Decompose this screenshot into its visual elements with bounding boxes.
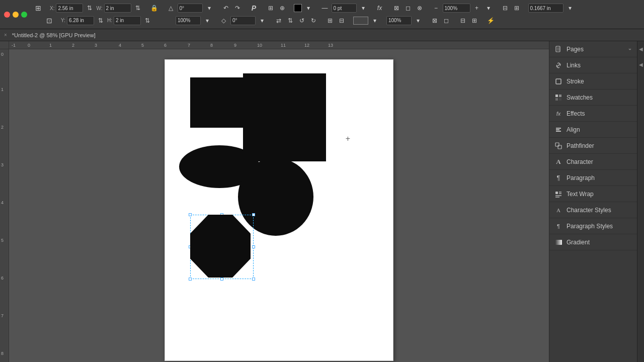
zoom-out-icon[interactable]: −: [431, 3, 441, 13]
w-input[interactable]: [104, 4, 131, 13]
shape-rectangle-2[interactable]: [243, 73, 326, 161]
constrain-icon[interactable]: 🔒: [149, 3, 159, 13]
grid-icon[interactable]: ⊞: [33, 3, 43, 13]
x-offset-input[interactable]: [528, 4, 564, 13]
panel-item-pages[interactable]: Pages: [549, 41, 637, 57]
panel-item-textwrap[interactable]: Text Wrap: [549, 186, 637, 202]
panel-item-align[interactable]: Align: [549, 122, 637, 138]
transform-icon[interactable]: ⊕: [277, 3, 287, 13]
tab-close-icon[interactable]: ×: [4, 32, 7, 38]
align-right-icon[interactable]: ⊞: [512, 3, 522, 13]
handle-bottom[interactable]: [220, 278, 223, 281]
scale-y-arrow[interactable]: ▾: [413, 16, 423, 26]
handle-bottom-left[interactable]: [189, 278, 192, 281]
lightning-icon[interactable]: ⚡: [486, 16, 496, 26]
character-icon: A: [554, 158, 562, 166]
scale-y-input[interactable]: [386, 16, 412, 25]
fill-arrow[interactable]: ▾: [303, 3, 313, 13]
stroke-arrow[interactable]: ▾: [370, 16, 380, 26]
angle-icon[interactable]: △: [166, 3, 176, 13]
panel-item-gradient[interactable]: Gradient: [549, 234, 637, 250]
panel-label-textwrap: Text Wrap: [567, 191, 594, 198]
p-icon[interactable]: P: [249, 3, 259, 13]
panel-item-stroke[interactable]: Stroke: [549, 73, 637, 89]
x-arrow-icon[interactable]: ⇅: [85, 3, 95, 13]
handle-right[interactable]: [252, 245, 255, 248]
align2-r-icon[interactable]: ⊞: [469, 16, 479, 26]
align-icon: [554, 126, 562, 134]
w-arrow-icon[interactable]: ⇅: [133, 3, 143, 13]
offset-arrow[interactable]: ▾: [565, 3, 575, 13]
spacing-icon[interactable]: ⊞: [325, 16, 335, 26]
angle-input[interactable]: [178, 4, 203, 13]
h-input[interactable]: [114, 16, 141, 25]
panel-label-align: Align: [567, 126, 580, 133]
align-left-icon[interactable]: ⊟: [500, 3, 510, 13]
right-panel: Pages Links Stroke: [549, 41, 637, 362]
h-tick-7: 7: [188, 43, 190, 48]
spacing2-icon[interactable]: ⊟: [337, 16, 347, 26]
frame-icon[interactable]: ◻: [403, 3, 413, 13]
flip-v-icon[interactable]: ⇅: [285, 16, 295, 26]
h-tick-neg1: -1: [12, 43, 16, 48]
align2-l-icon[interactable]: ⊟: [458, 16, 468, 26]
zoom-in-icon[interactable]: +: [472, 3, 482, 13]
rotate-l-icon[interactable]: ↺: [297, 16, 307, 26]
handle-top-right[interactable]: [252, 213, 255, 216]
view2-icon[interactable]: ◻: [441, 16, 451, 26]
panel-label-gradient: Gradient: [567, 239, 590, 246]
stroke-swatch[interactable]: [353, 17, 368, 25]
undo-icon[interactable]: ↶: [221, 3, 231, 13]
handle-top-left[interactable]: [189, 213, 192, 216]
v-tick-3: 3: [1, 162, 4, 167]
svg-rect-16: [555, 197, 559, 198]
shear-input[interactable]: [230, 16, 256, 25]
close-button[interactable]: [4, 12, 10, 18]
panel-item-character[interactable]: A Character: [549, 154, 637, 170]
y-input[interactable]: [67, 16, 94, 25]
collapse-arrow-mid[interactable]: ◀: [638, 62, 643, 67]
panel-item-effects[interactable]: fx Effects: [549, 106, 637, 122]
h-arrow-icon[interactable]: ⇅: [142, 16, 152, 26]
transform2-icon[interactable]: ⊠: [391, 3, 401, 13]
fill-swatch[interactable]: [294, 4, 302, 12]
angle-arrow[interactable]: ▾: [204, 3, 214, 13]
zoom-input[interactable]: [443, 4, 470, 13]
collapse-arrow-top[interactable]: ◀: [638, 46, 643, 52]
minimize-button[interactable]: [13, 12, 19, 18]
grid2-icon[interactable]: ⊡: [44, 16, 54, 26]
redo-icon[interactable]: ↷: [232, 3, 243, 13]
rotate-r-icon[interactable]: ↻: [308, 16, 318, 26]
fx-icon[interactable]: fx: [375, 3, 385, 13]
options-icon[interactable]: ⊗: [415, 3, 425, 13]
svg-rect-2: [556, 79, 561, 84]
y-arrow-icon[interactable]: ⇅: [96, 16, 106, 26]
handle-bottom-right[interactable]: [252, 278, 255, 281]
shape-rectangle-1[interactable]: [190, 77, 251, 128]
panel-item-paragraph-styles[interactable]: ¶ Paragraph Styles: [549, 218, 637, 234]
flip-h-icon[interactable]: ⇄: [274, 16, 284, 26]
stroke-width-input[interactable]: [332, 4, 357, 13]
shear-icon[interactable]: ◇: [219, 16, 229, 26]
panel-item-pathfinder[interactable]: Pathfinder: [549, 138, 637, 154]
distribute-icon[interactable]: ⊞: [266, 3, 276, 13]
svg-rect-17: [555, 240, 562, 245]
panel-item-swatches[interactable]: Swatches: [549, 89, 637, 106]
h-tick-8: 8: [210, 43, 213, 48]
view1-icon[interactable]: ⊠: [430, 16, 440, 26]
shear-arrow[interactable]: ▾: [257, 16, 267, 26]
scale-x-arrow[interactable]: ▾: [202, 16, 212, 26]
panel-item-links[interactable]: Links: [549, 57, 637, 73]
shape-octagon[interactable]: [190, 215, 251, 278]
scale-x-input[interactable]: [176, 16, 201, 25]
zoom-arrow[interactable]: ▾: [484, 3, 494, 13]
svg-rect-15: [555, 195, 561, 196]
maximize-button[interactable]: [21, 12, 27, 18]
x-label: X:: [50, 6, 54, 11]
panel-item-character-styles[interactable]: A Character Styles: [549, 202, 637, 218]
stroke-width-arrow[interactable]: ▾: [358, 3, 368, 13]
x-input[interactable]: [56, 4, 83, 13]
h-tick-13: 13: [328, 43, 333, 48]
canvas-container[interactable]: +: [9, 49, 549, 362]
panel-item-paragraph[interactable]: ¶ Paragraph: [549, 170, 637, 186]
